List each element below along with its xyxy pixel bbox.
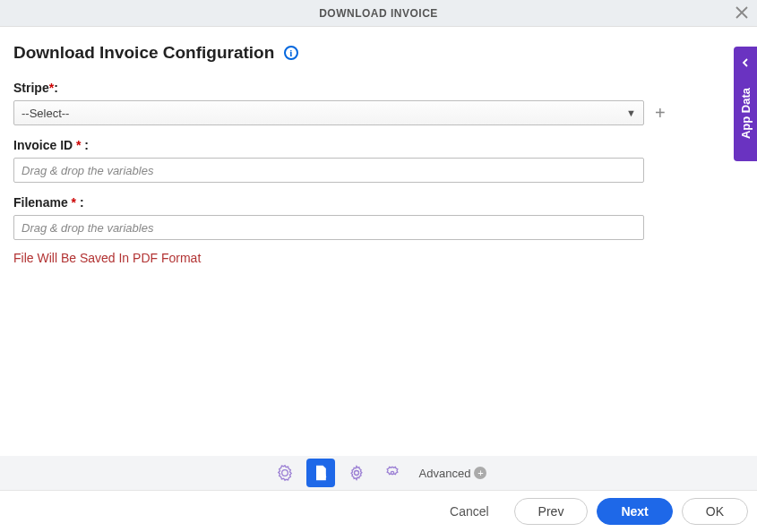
app-data-panel-toggle[interactable]: App Data — [734, 47, 757, 161]
advanced-link[interactable]: Advanced + — [419, 467, 487, 480]
dialog-header: DOWNLOAD INVOICE — [0, 0, 757, 27]
ok-button[interactable]: OK — [682, 498, 748, 525]
info-icon[interactable]: i — [284, 46, 298, 60]
cancel-button[interactable]: Cancel — [434, 498, 505, 525]
filename-label: Filename * : — [13, 195, 744, 210]
badge-gear-icon[interactable] — [378, 459, 407, 487]
stripe-label: Stripe*: — [13, 81, 744, 95]
page-heading: Download Invoice Configuration — [13, 43, 274, 63]
invoice-id-input[interactable] — [13, 158, 644, 183]
plus-icon: + — [474, 467, 486, 479]
next-button[interactable]: Next — [597, 498, 672, 525]
pdf-format-hint: File Will Be Saved In PDF Format — [13, 251, 744, 265]
dialog-footer: Cancel Prev Next OK — [0, 490, 757, 532]
stripe-select[interactable]: --Select-- ▼ — [13, 100, 644, 125]
invoice-id-label: Invoice ID * : — [13, 138, 744, 152]
filename-input[interactable] — [13, 215, 644, 240]
prev-button[interactable]: Prev — [514, 498, 589, 525]
chevron-left-icon — [741, 56, 750, 70]
chevron-down-icon: ▼ — [626, 107, 636, 118]
dialog-title: DOWNLOAD INVOICE — [319, 7, 438, 20]
bottom-toolbar: Advanced + — [0, 456, 757, 490]
document-icon[interactable] — [306, 459, 335, 487]
close-icon[interactable] — [735, 6, 748, 22]
add-stripe-button[interactable]: + — [655, 104, 666, 122]
stripe-select-value: --Select-- — [22, 107, 69, 120]
settings-icon[interactable] — [271, 459, 299, 487]
gear-outline-icon[interactable] — [342, 459, 371, 487]
app-data-label: App Data — [739, 88, 753, 139]
